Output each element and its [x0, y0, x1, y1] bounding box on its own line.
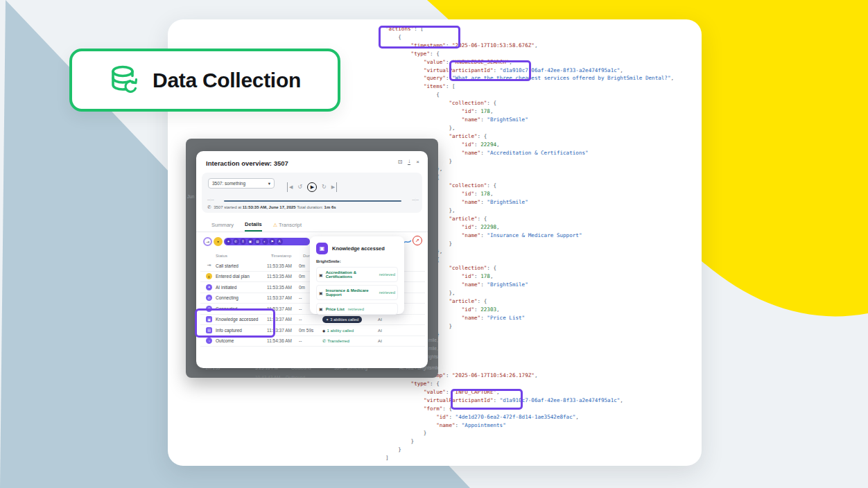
phone-icon: ✆	[207, 204, 211, 209]
article-icon: ▣	[319, 272, 323, 277]
play-button[interactable]: ▶	[307, 182, 317, 192]
outcome-icon: ◔	[206, 338, 212, 344]
retrieved-article-item: ▣Accreditation & Certificationsretrieved	[316, 267, 398, 282]
ability-called-label: ◉1 ability called	[322, 328, 354, 333]
article-name: Price List	[326, 307, 345, 311]
pause-icon[interactable]: ‖	[240, 238, 246, 245]
tab-details[interactable]: Details	[245, 221, 262, 232]
data-collection-badge: Data Collection	[69, 49, 340, 112]
background-text-fragment: mile,	[428, 346, 438, 351]
background-text-fragment: mile,	[428, 338, 438, 342]
skip-back-button[interactable]: ◀	[287, 182, 293, 192]
dialog-tabs: Summary Details ⚠Transcript	[211, 221, 302, 232]
retrieved-article-item: ▣Price Listretrieved	[316, 303, 398, 315]
tabs-divider	[196, 232, 428, 232]
tooltip-title: Knowledge accessed	[332, 245, 385, 252]
event-source: AI	[378, 328, 392, 333]
warning-icon: ⚠	[273, 223, 277, 227]
highlight-data-rows-annotation	[195, 308, 275, 338]
interaction-overview-dialog: Interaction overview: 3507 ⊡ ↓ × 3507: s…	[196, 151, 428, 368]
event-label: AI initiated	[216, 285, 267, 290]
event-timestamp: 11:53:35 AM	[267, 263, 299, 268]
sparkle-icon[interactable]: ✦	[225, 238, 232, 245]
call-caption: ✆ 3507 started at 11:53:35 AM, June 17, …	[207, 204, 336, 210]
event-duration: --	[299, 317, 322, 322]
event-source: AI	[378, 317, 392, 322]
dial-plan-icon: ≡	[206, 273, 212, 279]
timeline-transferred-marker[interactable]: ↗	[413, 236, 422, 245]
close-icon[interactable]: ×	[416, 159, 419, 165]
event-timestamp: 11:53:35 AM	[267, 285, 299, 290]
progress-bar[interactable]	[224, 200, 401, 202]
knowledge-icon[interactable]: ▣	[248, 238, 254, 245]
form-icon[interactable]: ▤	[254, 238, 261, 245]
tooltip-items: ▣Accreditation & Certificationsretrieved…	[316, 267, 398, 315]
highlight-actions-annotation	[379, 26, 460, 49]
badge-label: Data Collection	[153, 69, 301, 92]
text-icon[interactable]: A	[277, 238, 283, 245]
highlight-knowledge-search-annotation	[449, 60, 531, 81]
download-icon[interactable]: ↓	[408, 159, 410, 165]
event-label: Entered dial plan	[216, 274, 267, 279]
tab-transcript[interactable]: ⚠Transcript	[273, 222, 302, 231]
globe-icon[interactable]: ◐	[262, 238, 268, 245]
event-label: Outcome	[216, 338, 267, 343]
event-label: Call started	[216, 263, 267, 268]
event-duration: --	[299, 338, 322, 343]
call-started-icon: ⇥	[206, 263, 212, 269]
player-controls: ◀ ↺ ▶ ↻ ▶	[202, 182, 422, 192]
skip-end-button[interactable]: ▶	[331, 182, 337, 192]
total-time: --:--	[412, 198, 419, 202]
event-timestamp: 11:53:35 AM	[267, 274, 299, 279]
article-icon: ▣	[319, 290, 323, 295]
timeline-ai-segment[interactable]: ✦✆‖▣▤◐⚑A	[224, 238, 310, 245]
knowledge-icon: ▣	[316, 243, 328, 254]
knowledge-accessed-tooltip: ▣ Knowledge accessed BrightSmile: ▣Accre…	[310, 236, 404, 314]
dialog-title: Interaction overview: 3507	[206, 159, 288, 167]
window-controls: ⊡ ↓ ×	[398, 159, 419, 165]
retrieved-article-item: ▣Insurance & Medicare Supportretrieved	[316, 285, 398, 300]
article-name: Insurance & Medicare Support	[326, 288, 376, 297]
event-duration: 0m 59s	[299, 328, 322, 333]
article-status: retrieved	[379, 272, 395, 277]
database-sync-icon	[109, 64, 141, 96]
article-status: retrieved	[348, 307, 364, 311]
sort-up-icon: ↑	[271, 254, 273, 258]
expand-icon[interactable]: ⊡	[398, 159, 403, 165]
ai-icon: ✦	[206, 284, 212, 290]
timeline-transfer-curve	[403, 239, 412, 245]
timeline-dial-plan-marker[interactable]: ●	[214, 237, 223, 246]
page: "actions": [ { "timestamp": "2025-06-17T…	[0, 0, 868, 488]
flag-icon[interactable]: ⚑	[269, 238, 275, 245]
call-start-time: 11:53:35 AM, June 17, 2025	[243, 205, 296, 209]
event-timestamp: 11:54:36 AM	[267, 338, 299, 343]
event-source: AI	[378, 338, 392, 343]
abilities-called-pill: ✦3 abilities called	[322, 316, 362, 323]
phone-icon: ✆	[206, 295, 212, 301]
article-name: Accreditation & Certifications	[326, 270, 376, 279]
replay-5-button[interactable]: ↺	[297, 182, 302, 192]
call-duration: 1m 6s	[324, 205, 336, 209]
background-table-row-dim: 10:43:43 AM Outbound	[255, 375, 305, 378]
article-status: retrieved	[379, 290, 395, 295]
timeline-call-started-marker[interactable]: ⇥	[203, 237, 212, 246]
screenshot-frame: Jun 1 mile, mile, Brightsmile, 1m 23s 3:…	[186, 139, 438, 378]
call-player: 3507: something ▾ ◀ ↺ ▶ ↻ ▶ --:-- --:-- …	[202, 173, 422, 213]
transferred-label: ✆Transferred	[322, 338, 349, 343]
tab-summary[interactable]: Summary	[211, 222, 234, 231]
col-status: Status	[216, 254, 227, 258]
highlight-info-capture-annotation	[451, 389, 523, 410]
forward-5-button[interactable]: ↻	[322, 182, 327, 192]
phone-icon[interactable]: ✆	[233, 238, 239, 245]
elapsed-time: --:--	[207, 198, 214, 202]
tooltip-subtitle: BrightSmile:	[316, 259, 398, 263]
event-label: Connecting	[216, 295, 267, 300]
article-icon: ▣	[319, 306, 323, 311]
event-timestamp: 11:53:37 AM	[267, 295, 299, 300]
